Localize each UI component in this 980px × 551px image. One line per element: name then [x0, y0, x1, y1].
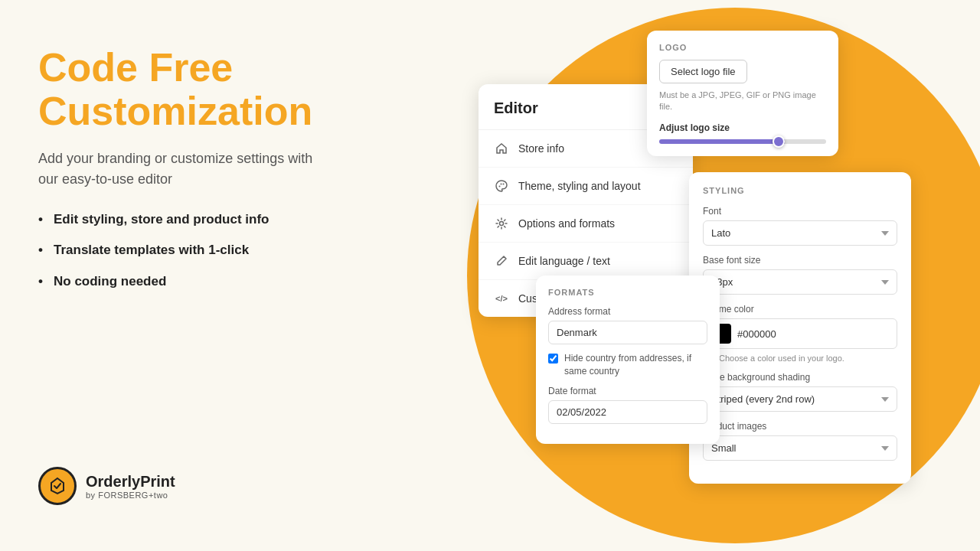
product-images-select[interactable]: Small [703, 435, 897, 461]
left-panel: Code Free Customization Add your brandin… [0, 0, 429, 551]
menu-theme-label: Theme, styling and layout [518, 180, 641, 192]
menu-options[interactable]: Options and formats [479, 205, 693, 243]
brand-name: OrderlyPrint [86, 473, 175, 491]
slider-thumb [773, 135, 785, 148]
menu-language-label: Edit language / text [518, 255, 610, 267]
bullet-1: Edit styling, store and product info [38, 211, 390, 228]
bullet-2: Translate templates with 1-click [38, 242, 390, 259]
base-font-label: Base font size [703, 255, 897, 266]
brand-text: OrderlyPrint by FORSBERG+two [86, 473, 175, 500]
color-picker-row[interactable]: #000000 [703, 318, 897, 349]
menu-language[interactable]: Edit language / text [479, 243, 693, 280]
menu-store-info-label: Store info [518, 142, 564, 155]
theme-icon [494, 178, 509, 194]
svg-point-2 [503, 184, 505, 185]
svg-point-3 [500, 222, 504, 226]
code-icon: </> [494, 291, 509, 306]
svg-point-0 [499, 186, 501, 187]
hide-country-checkbox[interactable] [548, 354, 558, 364]
font-label: Font [703, 206, 897, 217]
gear-icon [494, 216, 509, 231]
bullet-3: No coding needed [38, 273, 390, 290]
select-logo-button[interactable]: Select logo file [659, 60, 747, 83]
address-format-input[interactable] [548, 321, 707, 344]
base-font-select[interactable]: 13px [703, 269, 897, 295]
brand-icon [38, 467, 77, 505]
color-tip: Tip: Choose a color used in your logo. [703, 354, 897, 363]
formats-section-title: FORMATS [548, 288, 707, 297]
home-icon [494, 141, 509, 156]
logo-hint: Must be a JPG, JPEG, GIF or PNG image fi… [659, 90, 826, 113]
logo-size-label: Adjust logo size [659, 122, 826, 133]
brand-logo: OrderlyPrint by FORSBERG+two [38, 467, 390, 505]
feature-list: Edit styling, store and product info Tra… [38, 211, 390, 303]
color-hex-value: #000000 [737, 328, 776, 340]
product-images-label: Product images [703, 421, 897, 432]
logo-card: LOGO Select logo file Must be a JPG, JPE… [647, 31, 838, 156]
menu-theme[interactable]: Theme, styling and layout [479, 168, 693, 205]
bg-shading-select[interactable]: Striped (every 2nd row) [703, 386, 897, 412]
font-select[interactable]: Lato [703, 220, 897, 246]
address-format-label: Address format [548, 306, 707, 317]
brand-sub: by FORSBERG+two [86, 491, 175, 500]
bg-shading-label: Table background shading [703, 372, 897, 383]
formats-card: FORMATS Address format Hide country from… [536, 276, 720, 444]
edit-icon [494, 253, 509, 269]
title-line2: Customization [38, 89, 312, 133]
styling-section-title: STYLING [703, 186, 897, 195]
title-line1: Code Free [38, 45, 233, 90]
hide-country-label: Hide country from addresses, if same cou… [564, 352, 707, 378]
subtitle: Add your branding or customize settings … [38, 148, 329, 190]
date-format-input[interactable] [548, 400, 707, 424]
logo-size-slider[interactable] [659, 139, 826, 144]
right-panel: Editor Store info Theme, styling and lay… [429, 0, 980, 551]
svg-point-1 [501, 184, 502, 185]
styling-card: STYLING Font Lato Base font size 13px Th… [689, 172, 911, 484]
menu-options-label: Options and formats [518, 217, 615, 230]
hide-country-row: Hide country from addresses, if same cou… [548, 352, 707, 378]
logo-section-title: LOGO [659, 43, 826, 52]
theme-color-label: Theme color [703, 304, 897, 315]
main-title: Code Free Customization [38, 46, 390, 133]
date-format-label: Date format [548, 386, 707, 396]
